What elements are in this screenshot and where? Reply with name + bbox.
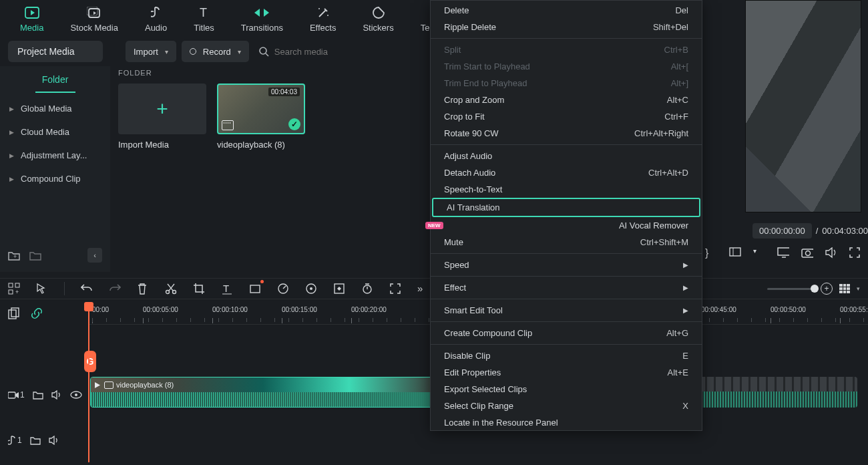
svg-point-9 <box>327 15 329 16</box>
zoom-in-icon[interactable]: + <box>821 283 833 295</box>
sidebar-label: Global Media <box>21 104 72 114</box>
audio-icon <box>149 5 164 20</box>
sidebar-item-adjustment[interactable]: ▶Adjustment Lay... <box>5 144 105 167</box>
tab-transitions-label: Transitions <box>241 23 283 33</box>
tab-stock[interactable]: Stock Media <box>70 5 118 33</box>
link-icon[interactable] <box>31 307 43 319</box>
chevron-down-icon[interactable]: ▾ <box>753 247 765 259</box>
ctx-crop-zoom[interactable]: Crop and ZoomAlt+C <box>431 92 702 108</box>
chevron-down-icon: ▾ <box>238 48 241 55</box>
text-icon[interactable]: T <box>221 283 233 295</box>
tab-transitions[interactable]: Transitions <box>241 5 283 33</box>
ctx-detach-audio[interactable]: Detach AudioCtrl+Alt+D <box>431 164 702 181</box>
redo-icon[interactable] <box>109 283 121 295</box>
tab-stock-label: Stock Media <box>70 23 118 33</box>
collapse-sidebar-button[interactable]: ‹ <box>87 248 102 263</box>
search-wrap <box>258 46 368 57</box>
sidebar-item-cloud[interactable]: ▶Cloud Media <box>5 120 105 144</box>
svg-point-13 <box>260 47 266 54</box>
caret-icon: ▶ <box>9 129 14 136</box>
ctx-compound[interactable]: Create Compound ClipAlt+G <box>431 325 702 341</box>
tab-stickers[interactable]: Stickers <box>363 5 393 33</box>
chevron-down-icon[interactable]: ▾ <box>857 285 860 292</box>
ctx-speed[interactable]: Speed▶ <box>431 257 702 273</box>
caret-icon: ▶ <box>9 106 14 112</box>
sidebar-item-compound[interactable]: ▶Compound Clip <box>5 167 105 190</box>
ctx-delete[interactable]: DeleteDel <box>431 2 702 19</box>
import-dropdown[interactable]: Import ▾ <box>126 41 176 62</box>
ctx-mute[interactable]: MuteCtrl+Shift+M <box>431 234 702 251</box>
fullscreen-icon[interactable] <box>849 247 861 259</box>
ctx-disable-clip[interactable]: Disable ClipE <box>431 347 702 364</box>
crop-icon[interactable] <box>193 283 205 295</box>
keyframe-icon[interactable] <box>333 283 345 295</box>
folder-icon[interactable] <box>33 390 43 400</box>
video-clip-tail[interactable] <box>698 377 857 408</box>
sidebar-item-global[interactable]: ▶Global Media <box>5 97 105 120</box>
tab-audio[interactable]: Audio <box>145 5 167 33</box>
svg-text:+: + <box>13 253 17 260</box>
delete-icon[interactable] <box>137 283 149 295</box>
tab-effects[interactable]: Effects <box>310 5 337 33</box>
split-icon[interactable] <box>165 283 177 295</box>
import-media-tile[interactable]: + Import Media <box>118 84 206 150</box>
playhead-handle[interactable]: G <box>84 351 96 372</box>
more-tools-icon[interactable]: » <box>417 283 429 295</box>
svg-point-8 <box>318 8 320 9</box>
speed-icon[interactable] <box>277 283 289 295</box>
ctx-locate[interactable]: Locate in the Resource Panel <box>431 414 702 429</box>
record-dropdown[interactable]: Record ▾ <box>182 41 249 62</box>
ruler-tick: 00:00:55:0 <box>840 306 868 313</box>
ctx-ai-translation[interactable]: AI Translation <box>432 198 700 217</box>
grid-add-icon[interactable]: + <box>8 283 20 295</box>
ratio-icon[interactable] <box>729 247 741 259</box>
cursor-icon[interactable] <box>36 283 48 295</box>
preview-video[interactable] <box>745 0 861 212</box>
ctx-select-range[interactable]: Select Clip RangeX <box>431 398 702 414</box>
ctx-smart-edit[interactable]: Smart Edit Tool▶ <box>431 302 702 319</box>
display-icon[interactable] <box>777 247 789 259</box>
mute-icon[interactable] <box>51 390 62 400</box>
folder-tab[interactable]: Folder <box>35 70 75 93</box>
svg-rect-25 <box>9 290 13 294</box>
ctx-edit-properties[interactable]: Edit PropertiesAlt+E <box>431 364 702 381</box>
duplicate-icon[interactable] <box>8 307 20 319</box>
ctx-rotate[interactable]: Rotate 90 CWCtrl+Alt+Right <box>431 125 702 142</box>
svg-line-14 <box>266 53 268 56</box>
expand-icon[interactable] <box>389 283 401 295</box>
camera-icon[interactable] <box>801 247 813 259</box>
search-input[interactable] <box>274 47 368 57</box>
volume-icon[interactable] <box>825 247 837 259</box>
svg-marker-48 <box>49 436 54 444</box>
project-media-pill[interactable]: Project Media <box>8 41 103 62</box>
svg-point-21 <box>806 251 811 256</box>
thumbnail-view-icon[interactable] <box>839 284 850 293</box>
ctx-export-selected[interactable]: Export Selected Clips <box>431 381 702 398</box>
color-icon[interactable] <box>305 283 317 295</box>
playhead[interactable] <box>88 302 89 462</box>
zoom-slider[interactable]: + ▾ <box>767 283 860 295</box>
ctx-effect[interactable]: Effect▶ <box>431 279 702 296</box>
ctx-ai-vocal-remover[interactable]: NEWAI Vocal Remover <box>431 217 702 234</box>
stickers-icon <box>371 5 386 20</box>
media-tile-clip1[interactable]: 00:04:03 ✓ videoplayback (8) <box>217 84 305 150</box>
new-folder-icon[interactable]: + <box>8 251 20 261</box>
bracket-icon[interactable]: } <box>705 247 717 259</box>
motion-icon[interactable] <box>249 283 261 295</box>
ctx-crop-fit[interactable]: Crop to FitCtrl+F <box>431 108 702 125</box>
svg-rect-41 <box>11 308 19 317</box>
record-dot-icon <box>190 48 196 55</box>
undo-icon[interactable] <box>81 283 93 295</box>
tab-media[interactable]: Media <box>20 5 43 33</box>
timer-icon[interactable] <box>361 283 373 295</box>
ctx-adjust-audio[interactable]: Adjust Audio <box>431 148 702 164</box>
tab-titles[interactable]: T Titles <box>194 5 214 33</box>
ctx-ripple-delete[interactable]: Ripple DeleteShift+Del <box>431 19 702 35</box>
folder-icon[interactable] <box>30 436 41 445</box>
mute-icon[interactable] <box>49 436 59 445</box>
ctx-speech-to-text[interactable]: Speech-to-Text <box>431 181 702 198</box>
current-time[interactable]: 00:00:00:00 <box>752 223 812 239</box>
folder-icon[interactable] <box>29 251 41 261</box>
preview-pane <box>706 0 861 218</box>
visibility-icon[interactable] <box>70 391 82 399</box>
